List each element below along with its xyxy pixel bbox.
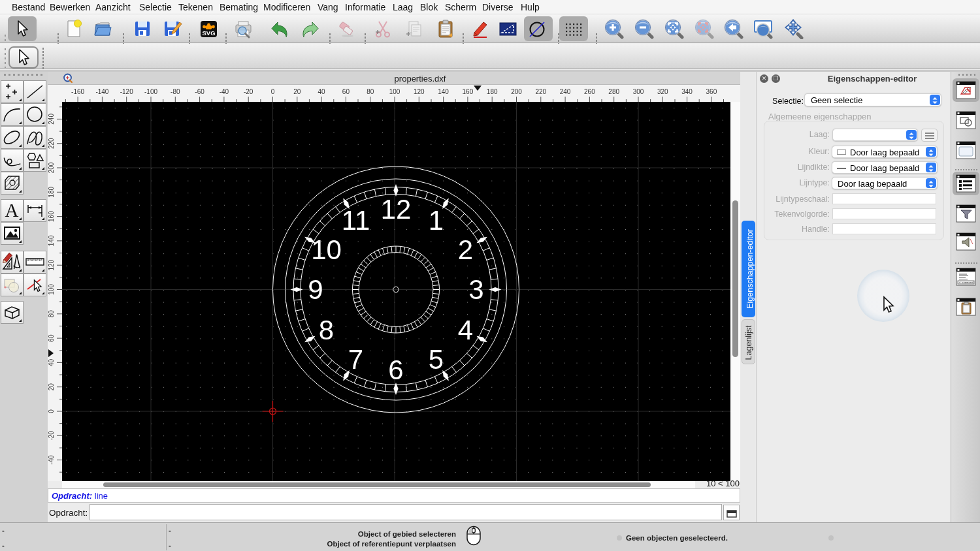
svg-text:1: 1 <box>429 205 444 236</box>
svg-text:10: 10 <box>311 234 342 265</box>
svg-text:100: 100 <box>389 88 400 95</box>
svg-text:160: 160 <box>463 88 474 95</box>
svg-text:-160: -160 <box>71 88 84 95</box>
svg-text:-140: -140 <box>95 88 108 95</box>
svg-text:9: 9 <box>308 274 323 305</box>
svg-text:280: 280 <box>608 88 619 95</box>
svg-text:60: 60 <box>48 334 55 342</box>
svg-text:160: 160 <box>48 211 55 222</box>
svg-text:6: 6 <box>388 354 403 385</box>
svg-text:-40: -40 <box>48 455 55 465</box>
svg-text:100: 100 <box>48 284 55 295</box>
svg-text:-20: -20 <box>244 88 253 95</box>
svg-text:140: 140 <box>48 235 55 246</box>
svg-text:140: 140 <box>438 88 449 95</box>
svg-text:360: 360 <box>706 88 717 95</box>
svg-text:5: 5 <box>429 344 444 375</box>
svg-text:300: 300 <box>633 88 644 95</box>
svg-text:2: 2 <box>458 234 473 265</box>
svg-text:180: 180 <box>487 88 498 95</box>
svg-text:12: 12 <box>381 194 412 225</box>
svg-text:60: 60 <box>342 88 350 95</box>
svg-text:240: 240 <box>560 88 571 95</box>
svg-text:80: 80 <box>367 88 374 95</box>
svg-text:< command: < command <box>959 281 973 284</box>
svg-text:-80: -80 <box>171 88 180 95</box>
svg-text:11: 11 <box>342 205 370 236</box>
svg-text:-40: -40 <box>220 88 229 95</box>
svg-text:340: 340 <box>681 88 693 95</box>
svg-text:7: 7 <box>348 344 363 375</box>
svg-text:3: 3 <box>468 274 483 305</box>
svg-text:-120: -120 <box>120 88 133 95</box>
svg-text:40: 40 <box>48 358 55 366</box>
svg-text:200: 200 <box>48 162 55 173</box>
svg-text:40: 40 <box>318 88 326 95</box>
svg-text:20: 20 <box>48 383 55 391</box>
svg-text:8: 8 <box>319 315 334 345</box>
svg-text:0: 0 <box>271 88 275 95</box>
svg-text:180: 180 <box>48 187 55 198</box>
svg-text:-100: -100 <box>144 88 157 95</box>
svg-text:80: 80 <box>48 310 55 318</box>
svg-text:320: 320 <box>657 88 668 95</box>
svg-text:120: 120 <box>414 88 425 95</box>
svg-text:A: A <box>5 200 19 221</box>
svg-text:SVG: SVG <box>202 29 215 37</box>
svg-text:220: 220 <box>535 88 546 95</box>
svg-text:4: 4 <box>458 315 473 345</box>
svg-text:220: 220 <box>48 138 55 149</box>
svg-text:240: 240 <box>48 114 55 125</box>
svg-text:0: 0 <box>48 409 55 413</box>
svg-text:120: 120 <box>48 259 55 270</box>
svg-text:260: 260 <box>584 88 595 95</box>
svg-text:-20: -20 <box>48 431 55 441</box>
svg-text:-60: -60 <box>195 88 204 95</box>
svg-text:200: 200 <box>511 88 522 95</box>
svg-text:20: 20 <box>293 88 301 95</box>
